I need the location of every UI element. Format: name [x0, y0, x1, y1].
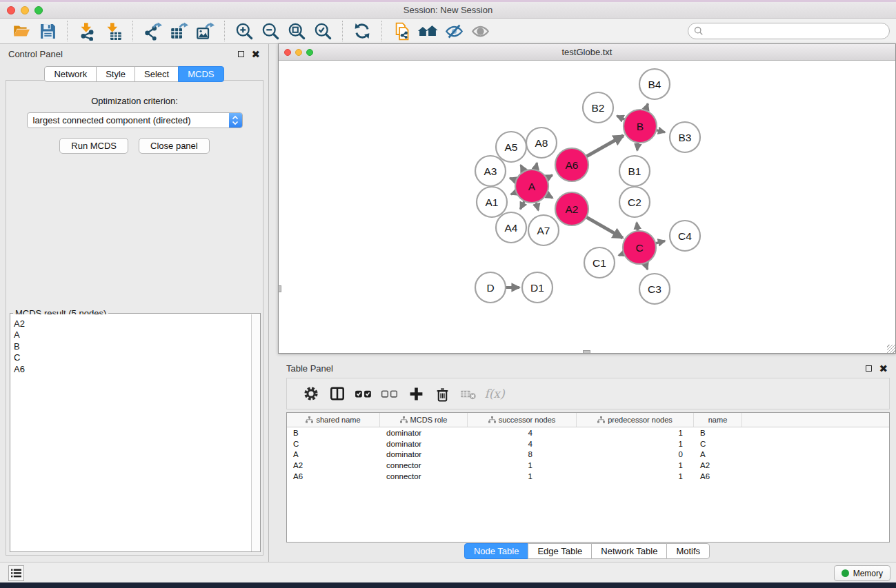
export-network-button[interactable] [142, 21, 163, 41]
tab-network[interactable]: Network [44, 66, 97, 82]
table-cell[interactable]: C [287, 440, 380, 448]
node-B4[interactable]: B4 [639, 69, 670, 99]
select-all-columns-button[interactable] [350, 383, 377, 404]
node-C1[interactable]: C1 [584, 247, 615, 278]
deselect-all-columns-button[interactable] [377, 383, 403, 404]
table-cell[interactable]: 1 [577, 440, 694, 448]
edge-A2-C[interactable] [585, 216, 623, 238]
table-row[interactable]: A2connector11A2 [287, 460, 889, 471]
node-A3[interactable]: A3 [475, 156, 506, 186]
table-cell[interactable]: 1 [577, 472, 694, 480]
node-B3[interactable]: B3 [670, 122, 700, 152]
hide-selected-button[interactable] [444, 21, 464, 41]
table-cell[interactable]: 0 [577, 450, 694, 458]
table-cell[interactable]: C [694, 440, 742, 448]
node-B1[interactable]: B1 [619, 156, 650, 186]
table-row[interactable]: Cdominator41C [287, 438, 889, 449]
float-table-panel-icon[interactable] [866, 365, 872, 372]
horizontal-scroll-thumb[interactable] [583, 350, 590, 353]
task-history-button[interactable] [8, 565, 24, 581]
node-B[interactable]: B [624, 110, 657, 143]
table-cell[interactable]: 1 [468, 472, 577, 480]
column-header-shared-name[interactable]: shared name [287, 413, 380, 427]
table-cell[interactable]: A2 [287, 461, 380, 469]
table-settings-button[interactable] [298, 383, 324, 404]
zoom-fit-button[interactable] [286, 21, 307, 41]
refresh-button[interactable] [352, 21, 372, 41]
table-tab-network-table[interactable]: Network Table [591, 543, 667, 559]
node-A6[interactable]: A6 [555, 148, 588, 181]
node-A7[interactable]: A7 [528, 215, 559, 245]
node-A4[interactable]: A4 [496, 212, 526, 243]
result-item[interactable]: A6 [14, 364, 251, 375]
zoom-selected-button[interactable] [312, 21, 333, 41]
run-mcds-button[interactable]: Run MCDS [59, 138, 128, 154]
network-graph[interactable]: AA1A2A3A4A5A6A7A8BB1B2B3B4CC1C2C3C4DD1 [279, 61, 895, 353]
node-D1[interactable]: D1 [522, 272, 552, 303]
column-header-name[interactable]: name [694, 413, 742, 427]
table-tab-motifs[interactable]: Motifs [666, 543, 710, 559]
table-cell[interactable]: B [287, 429, 380, 437]
node-C4[interactable]: C4 [670, 221, 700, 251]
window-resize-handle[interactable] [887, 345, 895, 353]
function-builder-button[interactable]: f(x) [481, 383, 508, 404]
table-cell[interactable]: 4 [468, 429, 577, 437]
table-cell[interactable]: 1 [577, 461, 694, 469]
table-cell[interactable]: dominator [380, 429, 468, 437]
float-panel-icon[interactable] [238, 51, 244, 57]
edge-A6-B[interactable] [585, 136, 623, 157]
node-C[interactable]: C [623, 231, 656, 264]
table-cell[interactable]: A [287, 450, 380, 458]
table-cell[interactable]: connector [380, 461, 468, 469]
add-row-button[interactable] [403, 383, 429, 404]
vertical-scroll-thumb[interactable] [278, 285, 281, 292]
table-tab-edge-table[interactable]: Edge Table [528, 543, 592, 559]
column-header-predecessor-nodes[interactable]: predecessor nodes [577, 413, 694, 427]
tab-mcds[interactable]: MCDS [178, 66, 223, 82]
table-cell[interactable]: 4 [468, 440, 577, 448]
table-cell[interactable]: A6 [287, 472, 380, 480]
node-A5[interactable]: A5 [496, 132, 526, 162]
table-cell[interactable]: connector [380, 472, 468, 480]
node-A[interactable]: A [515, 170, 548, 203]
node-table[interactable]: shared nameMCDS rolesuccessor nodesprede… [286, 412, 890, 543]
table-cell[interactable]: A [694, 450, 742, 458]
result-item[interactable]: A2 [14, 318, 251, 330]
duplicate-network-button[interactable] [391, 21, 412, 41]
tab-select[interactable]: Select [135, 66, 179, 82]
node-D[interactable]: D [475, 272, 506, 303]
table-row[interactable]: Adominator80A [287, 449, 889, 460]
delete-table-button[interactable] [455, 383, 481, 404]
table-cell[interactable]: dominator [380, 440, 468, 448]
table-row[interactable]: A6connector11A6 [287, 471, 889, 482]
split-view-button[interactable] [324, 383, 350, 404]
table-cell[interactable]: A6 [694, 472, 742, 480]
node-A8[interactable]: A8 [526, 128, 557, 158]
result-item[interactable]: C [14, 352, 251, 363]
node-C3[interactable]: C3 [639, 274, 670, 304]
table-tab-node-table[interactable]: Node Table [464, 543, 529, 559]
memory-button[interactable]: Memory [834, 565, 890, 581]
table-cell[interactable]: 1 [577, 429, 694, 437]
result-scrollbar[interactable] [251, 314, 260, 551]
criterion-dropdown[interactable]: largest connected component (directed) [27, 112, 243, 128]
tab-style[interactable]: Style [96, 66, 135, 82]
node-C2[interactable]: C2 [619, 187, 650, 217]
result-item[interactable]: B [14, 341, 251, 352]
import-table-button[interactable] [103, 21, 123, 41]
zoom-out-button[interactable] [260, 21, 281, 41]
table-cell[interactable]: A2 [694, 461, 742, 469]
close-panel-button[interactable]: Close panel [139, 138, 210, 154]
result-item[interactable]: A [14, 330, 251, 341]
delete-row-button[interactable] [429, 383, 455, 404]
import-network-button[interactable] [77, 21, 97, 41]
export-table-button[interactable] [168, 21, 189, 41]
table-cell[interactable]: B [694, 429, 742, 437]
export-image-button[interactable] [195, 21, 215, 41]
save-session-button[interactable] [37, 21, 58, 41]
close-table-panel-icon[interactable]: ✖ [879, 365, 888, 372]
column-header-mcds-role[interactable]: MCDS role [380, 413, 468, 427]
home-view-button[interactable] [417, 21, 438, 41]
show-all-button[interactable] [470, 21, 490, 41]
open-session-button[interactable] [11, 21, 32, 41]
